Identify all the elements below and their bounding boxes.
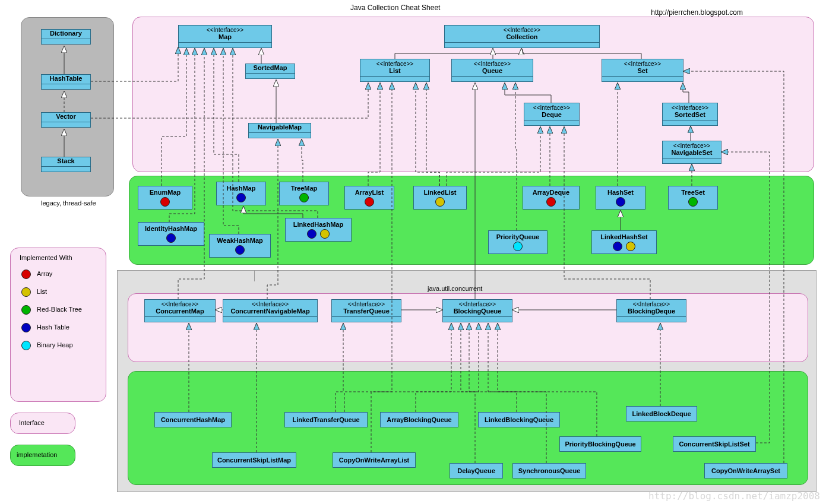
impl-arraydeque: ArrayDeque [523,186,580,210]
legend-row: Red-Black Tree [20,304,82,315]
impl-arrayblockingqueue: ArrayBlockingQueue [380,412,458,427]
watermark: http://blog.csdn.net/iamzp2008 [648,490,820,502]
iface-sortedmap: SortedMap [245,64,295,79]
iface-collection: <<Interface>>Collection [444,25,600,48]
class-vector: Vector [41,112,91,128]
iface-sortedset: <<Interface>>SortedSet [662,103,718,126]
impl-linkedblockingqueue: LinkedBlockingQueue [478,412,560,427]
impl-identityhashmap: IdentityHashMap [138,222,204,246]
impl-concskiplistset: ConcurrentSkipListSet [673,436,756,452]
iface-transferqueue: <<Interface>>TransferQueue [331,299,401,322]
impl-syncqueue: SynchronousQueue [512,463,586,478]
impl-linkedtransferqueue: LinkedTransferQueue [284,412,368,427]
impl-enummap: EnumMap [138,186,192,210]
legend-row: Array [20,268,82,279]
impl-arraylist: ArrayList [344,186,394,210]
impl-weakhashmap: WeakHashMap [209,234,271,258]
impl-linkedhashmap: LinkedHashMap [285,218,352,242]
impl-linkedblockingdeque: LinkedBlockDeque [626,406,697,421]
iface-navigableset: <<Interface>>NavigableSet [662,141,721,164]
legend-row: Hash Table [20,322,82,332]
impl-treeset: TreeSet [668,186,718,210]
impl-hashmap: HashMap [216,182,266,205]
source-url: http://pierrchen.blogspot.com [651,8,743,17]
impl-concskiplistmap: ConcurrentSkipListMap [212,452,296,468]
iface-navigablemap: NavigableMap [248,123,311,138]
legend-row: Binary Heap [20,340,82,350]
impl-priorityqueue: PriorityQueue [488,230,547,254]
page-title: Java Collection Cheat Sheet [350,4,440,12]
class-hashtable: HashTable [41,74,91,90]
impl-delayqueue: DelayQueue [450,463,503,478]
impl-linkedlist: LinkedList [413,186,467,210]
iface-map: <<Interface>>Map [178,25,272,48]
iface-concnavmap: <<Interface>>ConcurrentNavigableMap [223,299,318,322]
legend: Implemented With Array List Red-Black Tr… [20,254,82,357]
iface-blockingdeque: <<Interface>>BlockingDeque [616,299,686,322]
legacy-label: legacy, thread-safe [41,199,96,207]
class-stack: Stack [41,157,91,172]
impl-priorityblockingqueue: PriorityBlockingQueue [559,436,641,452]
impl-hashset: HashSet [596,186,645,210]
class-dictionary: Dictionary [41,29,91,45]
impl-copyonwritelist: CopyOnWriteArrayList [333,452,416,468]
iface-blockingqueue: <<Interface>>BlockingQueue [442,299,512,322]
iface-set: <<Interface>>Set [602,59,683,82]
legend-row: List [20,286,82,297]
concurrent-label: java.util.concurrent [428,285,482,292]
iface-queue: <<Interface>>Queue [451,59,533,82]
iface-deque: <<Interface>>Deque [524,103,580,126]
iface-list: <<Interface>>List [360,59,430,82]
iface-concurrentmap: <<Interface>>ConcurrentMap [144,299,216,322]
impl-conchashmap: ConcurrentHashMap [154,412,232,427]
impl-treemap: TreeMap [279,182,329,205]
impl-copyonwriteset: CopyOnWriteArraySet [704,463,787,478]
impl-linkedhashset: LinkedHashSet [591,230,657,254]
